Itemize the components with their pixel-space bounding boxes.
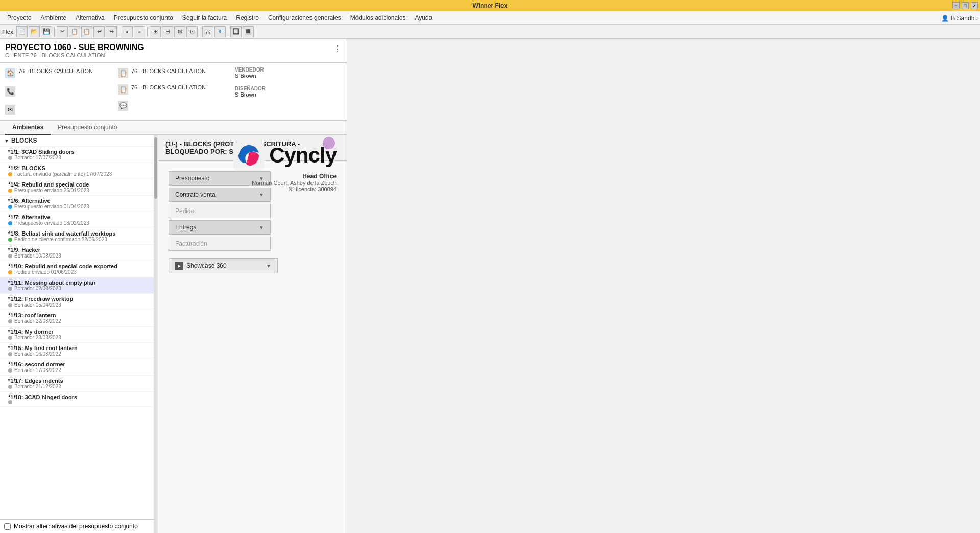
toolbar-new[interactable]: 📄 — [16, 26, 28, 37]
list-item-1-18[interactable]: *1/18: 3CAD hinged doors — [0, 392, 158, 407]
list-item-1-4[interactable]: *1/4: Rebuild and special code Presupues… — [0, 179, 158, 196]
toolbar-b10[interactable]: 🔳 — [243, 26, 254, 37]
list-item-1-10[interactable]: *1/10: Rebuild and special code exported… — [0, 261, 158, 277]
list-item-1-17[interactable]: *1/17: Edges indents Borrador 21/12/2022 — [0, 376, 158, 392]
showcase-360-box[interactable]: ▶ Showcase 360 ▼ — [169, 258, 278, 273]
toolbar-b8[interactable]: 📧 — [214, 26, 226, 37]
menu-proyecto[interactable]: Proyecto — [3, 13, 35, 23]
list-item-1-7[interactable]: *1/7: Alternative Presupuesto enviado 18… — [0, 212, 158, 228]
maximize-button[interactable]: □ — [962, 2, 969, 9]
toolbar-cut[interactable]: ✂ — [57, 26, 68, 37]
toolbar-b2[interactable]: ▫ — [134, 26, 145, 37]
status-dot-1-2 — [8, 172, 12, 176]
menu-ayuda[interactable]: Ayuda — [411, 13, 436, 23]
menu-configuraciones[interactable]: Configuraciones generales — [264, 13, 345, 23]
toolbar-b7[interactable]: 🖨 — [202, 26, 213, 37]
list-item-1-12[interactable]: *1/12: Freedraw worktop Borrador 05/04/2… — [0, 294, 158, 310]
list-item-1-2-date: Factura enviado (parcialmente) 17/07/202… — [8, 171, 154, 177]
list-item-1-15[interactable]: *1/15: My first roof lantern Borrador 16… — [0, 343, 158, 359]
list-item-1-15-title: *1/15: My first roof lantern — [8, 345, 154, 351]
cyncly-text-label: Cyncly — [269, 143, 337, 168]
vendedor-label: VENDEDOR — [235, 67, 342, 73]
toolbar-save[interactable]: 💾 — [41, 26, 52, 37]
main-content: PROYECTO 1060 - SUE BROWNING CLIENTE 76 … — [0, 39, 980, 533]
list-item-1-11-title: *1/11: Messing about empty plan — [8, 280, 154, 286]
info-col2: 📋 76 - BLOCKS CALCULATION 📋 76 - BLOCKS … — [118, 67, 229, 116]
tab-presupuesto-conjunto[interactable]: Presupuesto conjunto — [51, 121, 124, 135]
list-item-1-1[interactable]: *1/1: 3CAD Sliding doors Borrador 17/07/… — [0, 147, 158, 163]
profile-name: B Sandhu — [951, 15, 978, 22]
status-dot-1-13 — [8, 319, 12, 323]
menu-bar: Proyecto Ambiente Alternativa Presupuest… — [0, 11, 980, 25]
status-dot-1-11 — [8, 287, 12, 291]
info-chat-row: 💬 — [118, 100, 229, 112]
toolbar-redo[interactable]: ↪ — [106, 26, 117, 37]
toolbar-undo[interactable]: ↩ — [93, 26, 105, 37]
scroll-thumb[interactable] — [154, 137, 157, 199]
window-controls[interactable]: − □ × — [952, 2, 978, 9]
toolbar-b4[interactable]: ⊟ — [162, 26, 173, 37]
scrollbar[interactable] — [154, 135, 158, 533]
menu-registro[interactable]: Registro — [232, 13, 263, 23]
info-email-row: ✉ — [5, 104, 116, 116]
toolbar: Flex 📄 📂 💾 ✂ 📋 📋 ↩ ↪ ▪ ▫ ⊞ ⊟ ⊠ ⊡ 🖨 📧 🔲 🔳 — [0, 25, 980, 39]
cyncly-logo: Cyncly — [158, 140, 337, 171]
toolbar-b3[interactable]: ⊞ — [150, 26, 161, 37]
list-item-1-9[interactable]: *1/9: Hacker Borrador 10/08/2023 — [0, 245, 158, 261]
list-item-1-8[interactable]: *1/8: Belfast sink and waterfall worktop… — [0, 228, 158, 245]
list-item-1-9-title: *1/9: Hacker — [8, 247, 154, 253]
toolbar-b5[interactable]: ⊠ — [174, 26, 185, 37]
toolbar-paste[interactable]: 📋 — [81, 26, 92, 37]
toolbar-b6[interactable]: ⊡ — [186, 26, 198, 37]
project-header: PROYECTO 1060 - SUE BROWNING CLIENTE 76 … — [0, 39, 347, 63]
right-area — [347, 39, 980, 533]
showcase-chevron-icon: ▼ — [266, 263, 271, 269]
three-dots-button[interactable]: ⋮ — [333, 44, 342, 54]
status-dot-1-1 — [8, 156, 12, 160]
show-alternatives-checkbox[interactable] — [4, 523, 11, 530]
info-col3: VENDEDOR S Brown DISEÑADOR S Brown — [231, 67, 342, 116]
list-item-1-17-date: Borrador 21/12/2022 — [8, 384, 154, 389]
list-item-1-15-date: Borrador 16/08/2022 — [8, 351, 154, 357]
toolbar-copy[interactable]: 📋 — [69, 26, 80, 37]
toolbar-b1[interactable]: ▪ — [122, 26, 133, 37]
status-dot-1-15 — [8, 352, 12, 356]
menu-modulos[interactable]: Módulos adicionales — [346, 13, 410, 23]
toolbar-sep2 — [119, 27, 119, 36]
showcase-icon: ▶ — [175, 262, 183, 270]
list-item-1-18-title: *1/18: 3CAD hinged doors — [8, 394, 154, 400]
profile-area: 👤 B Sandhu — [941, 15, 978, 22]
doc1-icon: 📋 — [118, 68, 128, 78]
menu-seguir-factura[interactable]: Seguir la factura — [178, 13, 231, 23]
list-item-1-13[interactable]: *1/13: roof lantern Borrador 22/08/2022 — [0, 310, 158, 327]
list-item-1-9-date: Borrador 10/08/2023 — [8, 253, 154, 259]
menu-ambiente[interactable]: Ambiente — [36, 13, 70, 23]
sidebar-content: ▼ BLOCKS *1/1: 3CAD Sliding doors Borrad… — [0, 135, 347, 533]
blocks-section-header[interactable]: ▼ BLOCKS — [0, 135, 158, 147]
status-dot-1-7 — [8, 221, 12, 225]
chat-icon: 💬 — [118, 101, 128, 111]
list-item-1-14[interactable]: *1/14: My dormer Borrador 23/03/2023 — [0, 327, 158, 343]
toolbar-b9[interactable]: 🔲 — [230, 26, 242, 37]
project-subtitle: CLIENTE 76 - BLOCKS CALCULATION — [5, 52, 342, 58]
minimize-button[interactable]: − — [952, 2, 960, 9]
workflow-pedido-box: Pedido — [169, 204, 271, 218]
workflow-entrega-chevron-icon: ▼ — [259, 225, 264, 230]
list-item-1-6[interactable]: *1/6: Alternative Presupuesto enviado 01… — [0, 196, 158, 212]
disenador-block: DISEÑADOR S Brown — [235, 86, 342, 98]
tab-ambientes[interactable]: Ambientes — [5, 121, 51, 135]
workflow-pedido-row: Pedido — [169, 204, 276, 218]
cyncly-license: Nº licencia: 300094 — [158, 186, 337, 192]
list-item-1-16[interactable]: *1/16: second dormer Borrador 17/08/2022 — [0, 359, 158, 376]
list-item-1-11[interactable]: *1/11: Messing about empty plan Borrador… — [0, 277, 158, 294]
list-item-1-2[interactable]: *1/2: BLOCKS Factura enviado (parcialmen… — [0, 163, 158, 179]
status-dot-1-10 — [8, 270, 12, 274]
menu-presupuesto-conjunto[interactable]: Presupuesto conjunto — [110, 13, 177, 23]
close-button[interactable]: × — [971, 2, 978, 9]
toolbar-open[interactable]: 📂 — [29, 26, 40, 37]
menu-alternativa[interactable]: Alternativa — [71, 13, 109, 23]
cyncly-company: Head Office Norman Court, Ashby de la Zo… — [158, 173, 337, 186]
info-doc1-text: 76 - BLOCKS CALCULATION — [131, 68, 206, 74]
info-doc2-row: 📋 76 - BLOCKS CALCULATION — [118, 83, 229, 96]
workflow-entrega-box[interactable]: Entrega ▼ — [169, 220, 271, 235]
